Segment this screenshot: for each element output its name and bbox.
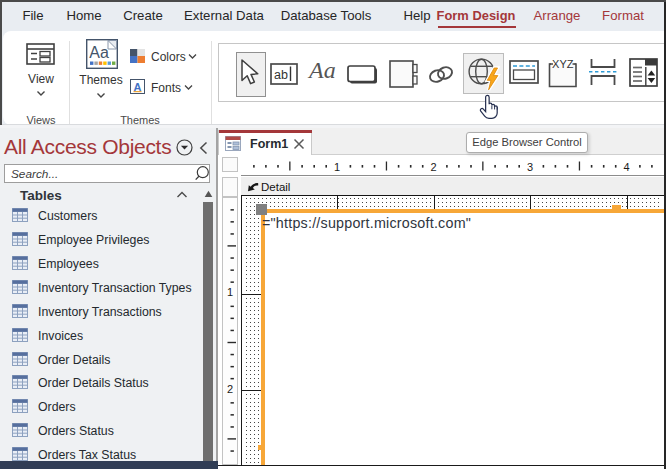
svg-text:A: A bbox=[134, 81, 142, 93]
svg-text:Aa: Aa bbox=[89, 44, 109, 61]
